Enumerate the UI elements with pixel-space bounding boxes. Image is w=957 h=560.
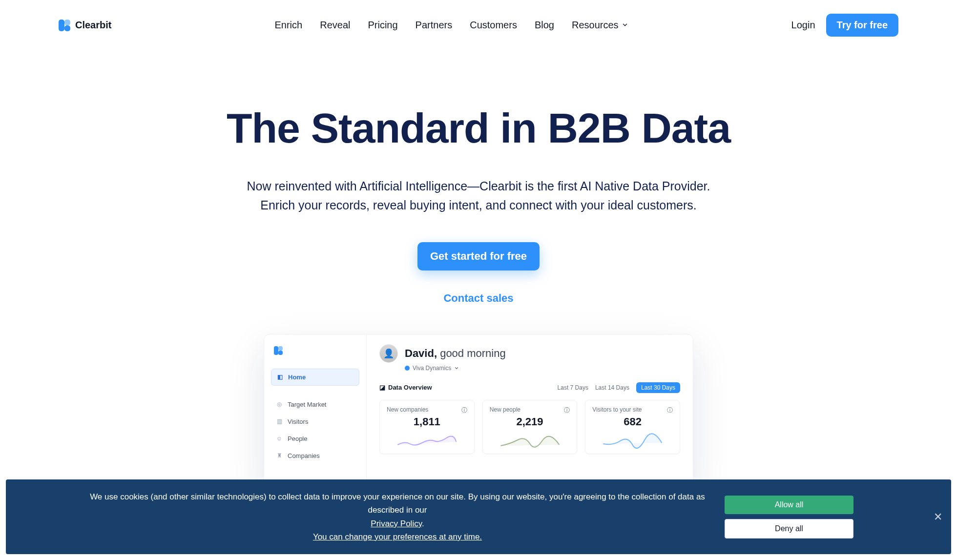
nav-reveal[interactable]: Reveal: [320, 20, 350, 31]
card-visitors[interactable]: Visitors to your site ⓘ 682: [585, 400, 680, 454]
nav-pricing[interactable]: Pricing: [368, 20, 397, 31]
cookie-actions: Allow all Deny all: [725, 496, 853, 539]
svg-rect-4: [278, 346, 283, 351]
logo-text: Clearbit: [75, 20, 111, 31]
deny-all-button[interactable]: Deny all: [725, 519, 853, 539]
card-new-companies[interactable]: New companies ⓘ 1,811: [379, 400, 475, 454]
dashboard-sidebar: ◧ Home ◎ Target Market ▥ Visitors ☺ Peop…: [264, 334, 367, 485]
logo[interactable]: Clearbit: [59, 20, 111, 31]
logo-icon: [59, 20, 70, 31]
svg-rect-1: [64, 20, 70, 25]
greeting: David, good morning: [405, 347, 506, 360]
hero-title: The Standard in B2B Data: [20, 104, 937, 152]
nav-label: Pricing: [368, 20, 397, 31]
chevron-down-icon: [454, 366, 459, 371]
sidebar-item-people[interactable]: ☺ People: [271, 431, 359, 447]
hero-sub-line: Enrich your records, reveal buying inten…: [260, 198, 697, 212]
dashboard-preview: ◧ Home ◎ Target Market ▥ Visitors ☺ Peop…: [264, 334, 693, 485]
org-name: Viva Dynamics: [413, 365, 451, 372]
companies-icon: ♜: [276, 452, 283, 459]
sidebar-item-label: Visitors: [288, 418, 308, 425]
org-dot-icon: [405, 366, 410, 371]
info-icon[interactable]: ⓘ: [564, 406, 570, 415]
nav-label: Enrich: [275, 20, 303, 31]
avatar: 👤: [379, 344, 398, 363]
primary-nav: Enrich Reveal Pricing Partners Customers…: [275, 20, 628, 31]
svg-rect-2: [64, 25, 70, 31]
card-value: 2,219: [490, 415, 570, 428]
sidebar-item-home[interactable]: ◧ Home: [271, 369, 359, 386]
card-new-people[interactable]: New people ⓘ 2,219: [482, 400, 578, 454]
sidebar-item-companies[interactable]: ♜ Companies: [271, 448, 359, 464]
card-label: New people: [490, 406, 520, 415]
nav-label: Partners: [416, 20, 453, 31]
nav-enrich[interactable]: Enrich: [275, 20, 303, 31]
sidebar-item-label: Target Market: [288, 401, 326, 408]
visitors-icon: ▥: [276, 418, 283, 425]
try-free-button[interactable]: Try for free: [826, 14, 898, 37]
sidebar-item-visitors[interactable]: ▥ Visitors: [271, 414, 359, 430]
home-icon: ◧: [276, 373, 283, 380]
card-value: 682: [592, 415, 673, 428]
overview-title: ◪ Data Overview: [379, 384, 432, 391]
nav-label: Customers: [470, 20, 517, 31]
nav-label: Blog: [535, 20, 554, 31]
sidebar-item-label: People: [288, 435, 307, 442]
close-icon[interactable]: ✕: [934, 511, 942, 523]
sidebar-item-label: Home: [288, 373, 306, 381]
card-label: Visitors to your site: [592, 406, 642, 415]
nav-customers[interactable]: Customers: [470, 20, 517, 31]
overview-title-text: Data Overview: [388, 384, 432, 391]
dashboard-main: 👤 David, good morning Viva Dynamics ◪ Da…: [367, 334, 693, 485]
nav-label: Resources: [572, 20, 619, 31]
nav-resources[interactable]: Resources: [572, 20, 628, 31]
nav-partners[interactable]: Partners: [416, 20, 453, 31]
nav-blog[interactable]: Blog: [535, 20, 554, 31]
site-header: Clearbit Enrich Reveal Pricing Partners …: [0, 0, 957, 50]
range-14-days[interactable]: Last 14 Days: [595, 384, 629, 391]
login-link[interactable]: Login: [791, 20, 815, 31]
cookie-line1: We use cookies (and other similar techno…: [90, 492, 705, 515]
greeting-name: David,: [405, 347, 437, 359]
svg-rect-3: [274, 346, 278, 355]
header-actions: Login Try for free: [791, 14, 898, 37]
hero-sub-line: Now reinvented with Artificial Intellige…: [247, 179, 710, 193]
get-started-button[interactable]: Get started for free: [417, 242, 540, 270]
hero-subtitle: Now reinvented with Artificial Intellige…: [20, 177, 937, 215]
card-value: 1,811: [387, 415, 467, 428]
dashboard-logo-icon: [274, 346, 283, 355]
sidebar-item-label: Companies: [288, 452, 320, 459]
sparkline: [387, 431, 467, 449]
nav-label: Reveal: [320, 20, 350, 31]
range-7-days[interactable]: Last 7 Days: [558, 384, 588, 391]
greeting-rest: good morning: [437, 347, 506, 359]
sparkline: [490, 431, 570, 449]
sidebar-item-target-market[interactable]: ◎ Target Market: [271, 396, 359, 413]
info-icon[interactable]: ⓘ: [461, 406, 467, 415]
hero-section: The Standard in B2B Data Now reinvented …: [0, 50, 957, 505]
contact-sales-link[interactable]: Contact sales: [443, 292, 513, 305]
org-selector[interactable]: Viva Dynamics: [405, 365, 680, 372]
change-preferences-link[interactable]: You can change your preferences at any t…: [313, 532, 482, 541]
svg-rect-0: [59, 20, 64, 31]
cookie-text: We use cookies (and other similar techno…: [90, 490, 705, 543]
chevron-down-icon: [622, 20, 628, 31]
allow-all-button[interactable]: Allow all: [725, 496, 853, 514]
range-30-days[interactable]: Last 30 Days: [636, 382, 680, 393]
range-group: Last 7 Days Last 14 Days Last 30 Days: [558, 382, 680, 393]
privacy-policy-link[interactable]: Privacy Policy: [371, 519, 422, 528]
card-label: New companies: [387, 406, 428, 415]
cookie-banner: We use cookies (and other similar techno…: [6, 479, 951, 554]
people-icon: ☺: [276, 435, 283, 442]
target-icon: ◎: [276, 401, 283, 408]
cube-icon: ◪: [379, 384, 385, 391]
sparkline: [592, 431, 673, 449]
info-icon[interactable]: ⓘ: [667, 406, 673, 415]
svg-rect-5: [278, 351, 283, 355]
